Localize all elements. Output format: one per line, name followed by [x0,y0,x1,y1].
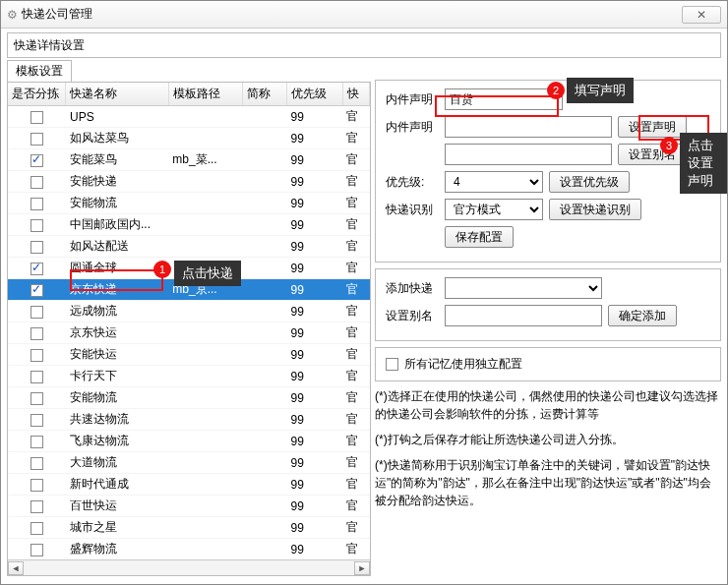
cell-name: 安能物流 [66,387,168,409]
table-row[interactable]: 安能快运99官 [8,344,370,366]
table-row[interactable]: 京东快递mb_京...99官 [8,279,370,301]
table-row[interactable]: 卡行天下99官 [8,366,370,387]
cell-abbr [242,431,286,452]
cell-name: 安能物流 [66,193,168,214]
row-checkbox[interactable] [30,392,43,405]
cell-abbr [242,366,286,387]
cell-path [168,387,242,409]
cell-name: 安能菜鸟 [66,149,168,171]
add-select[interactable] [445,277,602,299]
row-checkbox[interactable] [30,111,43,124]
table-row[interactable]: 京东快运99官 [8,322,370,344]
decl2-input[interactable] [445,116,612,138]
cell-abbr [242,236,286,258]
rec-select[interactable]: 官方模式 [445,199,543,220]
row-checkbox[interactable] [30,176,43,189]
col-header[interactable]: 快 [342,83,369,106]
col-header[interactable]: 快递名称 [66,83,168,106]
cell-abbr [242,279,286,301]
row-checkbox[interactable] [30,457,43,470]
table-row[interactable]: UPS99官 [8,106,370,128]
col-header[interactable]: 是否分拣 [8,83,66,106]
indep-checkbox[interactable] [386,358,398,371]
row-checkbox[interactable] [30,522,43,535]
row-checkbox[interactable] [30,133,43,146]
table-row[interactable]: 盛辉物流99官 [8,539,370,560]
cell-pri: 99 [287,322,343,344]
table-row[interactable]: 城市之星99官 [8,517,370,539]
cell-path [168,517,242,539]
cell-pri: 99 [287,452,343,474]
alias2-input[interactable] [445,305,602,326]
table-row[interactable]: 远成物流99官 [8,301,370,322]
scroll-left-button[interactable]: ◄ [8,561,24,575]
cell-pri: 99 [287,128,343,149]
row-checkbox[interactable] [30,241,43,254]
cell-abbr [242,301,286,322]
row-checkbox[interactable] [30,327,43,340]
table-row[interactable]: 安能快递99官 [8,171,370,193]
table-row[interactable]: 圆通全球99官 [8,258,370,279]
pri-select[interactable]: 4 [445,171,543,193]
table-row[interactable]: 百世快运99官 [8,496,370,517]
cell-abbr [242,409,286,431]
table-row[interactable]: 中国邮政国内...99官 [8,214,370,236]
table-row[interactable]: 如风达配送99官 [8,236,370,258]
cell-name: 安能快运 [66,344,168,366]
cell-r: 官 [342,387,369,409]
row-checkbox[interactable] [30,263,43,275]
col-header[interactable]: 简称 [242,83,286,106]
cell-pri: 99 [287,214,343,236]
alias2-label: 设置别名 [386,308,439,324]
add-confirm-button[interactable]: 确定添加 [608,305,677,326]
scroll-right-button[interactable]: ► [354,561,370,575]
row-checkbox[interactable] [30,154,43,167]
row-checkbox[interactable] [30,500,43,513]
set-alias-button[interactable]: 设置别名 [618,144,687,165]
cell-abbr [242,128,286,149]
table-row[interactable]: 安能物流99官 [8,193,370,214]
table-row[interactable]: 安能物流99官 [8,387,370,409]
table-row[interactable]: 安能菜鸟mb_菜...99官 [8,149,370,171]
cell-abbr [242,214,286,236]
col-header[interactable]: 模板路径 [168,83,242,106]
row-checkbox[interactable] [30,544,43,556]
table-row[interactable]: 飞康达物流99官 [8,431,370,452]
cell-abbr [242,517,286,539]
row-checkbox[interactable] [30,198,43,210]
row-checkbox[interactable] [30,219,43,232]
scroll-track[interactable] [24,561,354,575]
row-checkbox[interactable] [30,479,43,492]
cell-pri: 99 [287,539,343,560]
cell-pri: 99 [287,409,343,431]
set-rec-button[interactable]: 设置快递识别 [549,199,641,220]
cell-pri: 99 [287,474,343,496]
decl1-input[interactable] [445,88,563,110]
row-checkbox[interactable] [30,284,43,297]
row-checkbox[interactable] [30,349,43,362]
add-panel: 添加快递 设置别名 确定添加 [375,268,721,341]
table-row[interactable]: 大道物流99官 [8,452,370,474]
alias-input[interactable] [445,144,612,165]
row-checkbox[interactable] [30,414,43,427]
table-row[interactable]: 如风达菜鸟99官 [8,128,370,149]
close-button[interactable]: ✕ [682,6,721,24]
set-decl-button[interactable]: 设置声明 [618,116,687,138]
save-button[interactable]: 保存配置 [445,226,514,248]
row-checkbox[interactable] [30,306,43,319]
detail-panel: 内件声明 内件声明 设置声明 设置别名 优先级: 4 设置优先级 [375,80,721,263]
cell-r: 官 [342,149,369,171]
table-row[interactable]: 新时代通成99官 [8,474,370,496]
cell-path [168,431,242,452]
courier-table: 是否分拣快递名称模板路径简称优先级快 UPS99官如风达菜鸟99官安能菜鸟mb_… [8,83,370,560]
tab-template[interactable]: 模板设置 [7,60,72,82]
set-pri-button[interactable]: 设置优先级 [549,171,630,193]
row-checkbox[interactable] [30,371,43,383]
cell-name: 飞康达物流 [66,431,168,452]
col-header[interactable]: 优先级 [287,83,343,106]
decl1-label: 内件声明 [386,91,439,108]
cell-path [168,344,242,366]
table-row[interactable]: 共速达物流99官 [8,409,370,431]
row-checkbox[interactable] [30,436,43,448]
cell-r: 官 [342,128,369,149]
